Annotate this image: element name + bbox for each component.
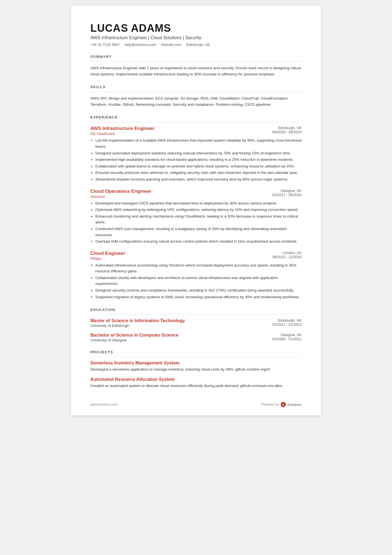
experience-section: EXPERIENCE AWS Infrastructure EngineerGE… [90, 115, 302, 300]
job-company: Siemens [90, 194, 152, 199]
job-company: Philips [90, 256, 125, 261]
projects-list: Serverless Inventory Management SystemDe… [90, 361, 302, 389]
job-bullet: Designed security controls and complianc… [95, 287, 302, 293]
job-bullet: Oversaw IAM configurations ensuring robu… [95, 238, 302, 245]
enhancv-brand: Enhancv [287, 403, 302, 407]
edu-right: Glasgow, UK01/2008 - 01/2011 [272, 333, 302, 341]
experience-section-title: EXPERIENCE [90, 115, 302, 119]
job-bullet: Conducted AWS cost management, resulting… [95, 226, 302, 238]
summary-text: AWS Infrastructure Engineer with 7 years… [90, 65, 302, 77]
job-company: GE Healthcare [90, 132, 155, 136]
job-bullet: Designed automated deployment solutions … [95, 150, 302, 156]
enhancv-icon [280, 401, 286, 408]
job-dates: 06/2020 - 09/2023 [272, 130, 302, 134]
job-header-row: AWS Infrastructure EngineerGE Healthcare… [90, 126, 302, 136]
project-description: Created an automated system to allocate … [90, 383, 302, 389]
job-bullets: Led the implementation of a scalable AWS… [90, 137, 302, 182]
job-right: Edinburgh, UK06/2020 - 09/2023 [272, 126, 302, 134]
resume-page: LUCAS ADAMS AWS Infrastructure Engineer … [71, 6, 321, 415]
job-header-row: Cloud Operations EngineerSiemensGlasgow,… [90, 189, 302, 199]
header: LUCAS ADAMS AWS Infrastructure Engineer … [90, 22, 302, 47]
edu-left: Master of Science in Information Technol… [90, 318, 185, 328]
edu-dates: 01/2011 - 01/2013 [272, 322, 302, 327]
edu-school: University of Edinburgh [90, 324, 185, 328]
edu-right: Edinburgh, UK01/2011 - 01/2013 [272, 318, 302, 327]
projects-section-title: PROJECTS [90, 350, 302, 354]
edu-left: Bachelor of Science in Computer ScienceU… [90, 333, 178, 342]
summary-section-title: SUMMARY [90, 55, 302, 59]
footer-website: www.enhancv.com [90, 403, 118, 406]
job-block: Cloud Operations EngineerSiemensGlasgow,… [90, 189, 302, 245]
edu-dates: 01/2008 - 01/2011 [272, 337, 302, 341]
contact-linkedin: linkedin.com [161, 43, 181, 47]
page-footer: www.enhancv.com Powered by Enhancv [90, 401, 302, 408]
education-section-title: EDUCATION [90, 308, 302, 312]
job-bullet: Ensured security protocols were adhered … [95, 170, 302, 176]
project-title: Automated Resource Allocation System [90, 377, 302, 382]
job-location: Glasgow, UK [272, 189, 302, 193]
skills-section: SKILLS AWS VPC design and implementation… [90, 85, 302, 107]
candidate-name: LUCAS ADAMS [90, 22, 302, 34]
job-location: Edinburgh, UK [272, 126, 302, 130]
project-block: Automated Resource Allocation SystemCrea… [90, 377, 302, 389]
summary-divider [90, 61, 302, 62]
edu-header-row: Master of Science in Information Technol… [90, 318, 302, 328]
powered-by: Powered by Enhancv [261, 401, 302, 408]
job-bullet: Enhanced monitoring and alerting mechani… [95, 213, 302, 225]
job-header-row: Cloud EngineerPhilipsLondon, UK08/2013 -… [90, 251, 302, 261]
job-block: Cloud EngineerPhilipsLondon, UK08/2013 -… [90, 251, 302, 300]
job-right: London, UK08/2013 - 12/2016 [272, 251, 302, 259]
edu-degree: Master of Science in Information Technol… [90, 318, 185, 323]
skills-section-title: SKILLS [90, 85, 302, 89]
job-title: Cloud Operations Engineer [90, 189, 152, 194]
skills-text: AWS VPC design and implementation, EC2 c… [90, 95, 302, 107]
job-bullet: Automated infrastructure provisioning us… [95, 262, 302, 274]
edu-block: Bachelor of Science in Computer ScienceU… [90, 333, 302, 342]
job-dates: 08/2013 - 12/2016 [272, 255, 302, 259]
powered-by-label: Powered by [261, 403, 279, 406]
edu-block: Master of Science in Information Technol… [90, 318, 302, 328]
job-bullet: Optimised AWS networking by redesigning … [95, 207, 302, 213]
summary-section: SUMMARY AWS Infrastructure Engineer with… [90, 55, 302, 77]
project-title: Serverless Inventory Management System [90, 361, 302, 366]
job-bullet: Supported migration of legacy systems to… [95, 294, 302, 300]
job-bullet: Led the implementation of a scalable AWS… [95, 137, 302, 149]
edu-location: Glasgow, UK [272, 333, 302, 337]
projects-section: PROJECTS Serverless Inventory Management… [90, 350, 302, 389]
job-title: AWS Infrastructure Engineer [90, 126, 155, 131]
job-location: London, UK [272, 251, 302, 255]
job-right: Glasgow, UK01/2017 - 05/2020 [272, 189, 302, 197]
contact-info: +44 20 7123 4567 help@enhancv.com linked… [90, 43, 302, 47]
job-dates: 01/2017 - 05/2020 [272, 193, 302, 197]
job-bullet: Streamlined disaster recovery planning a… [95, 176, 302, 182]
job-left: AWS Infrastructure EngineerGE Healthcare [90, 126, 155, 136]
contact-phone: +44 20 7123 4567 [90, 43, 120, 47]
edu-degree: Bachelor of Science in Computer Science [90, 333, 178, 338]
job-bullet: Collaborated with global teams to manage… [95, 163, 302, 169]
job-bullet: Implemented high-availability solutions … [95, 157, 302, 163]
job-title: Cloud Engineer [90, 251, 125, 256]
candidate-title: AWS Infrastructure Engineer | Cloud Solu… [90, 35, 302, 40]
job-bullets: Developed and managed CI/CD pipelines th… [90, 200, 302, 245]
edu-school: University of Glasgow [90, 338, 178, 342]
education-divider [90, 315, 302, 315]
education-section: EDUCATION Master of Science in Informati… [90, 308, 302, 342]
experience-divider [90, 122, 302, 122]
job-left: Cloud Operations EngineerSiemens [90, 189, 152, 199]
job-bullet: Developed and managed CI/CD pipelines th… [95, 200, 302, 206]
contact-email: help@enhancv.com [125, 43, 156, 47]
job-left: Cloud EngineerPhilips [90, 251, 125, 261]
enhancv-logo: Enhancv [280, 401, 302, 408]
project-description: Developed a serverless application to ma… [90, 366, 302, 373]
skills-divider [90, 92, 302, 92]
job-bullet: Collaborated closely with developers and… [95, 275, 302, 287]
job-block: AWS Infrastructure EngineerGE Healthcare… [90, 126, 302, 182]
edu-header-row: Bachelor of Science in Computer ScienceU… [90, 333, 302, 342]
project-block: Serverless Inventory Management SystemDe… [90, 361, 302, 373]
projects-divider [90, 357, 302, 357]
education-list: Master of Science in Information Technol… [90, 318, 302, 342]
job-bullets: Automated infrastructure provisioning us… [90, 262, 302, 300]
contact-location: Edinburgh, UK [187, 43, 210, 47]
jobs-list: AWS Infrastructure EngineerGE Healthcare… [90, 126, 302, 300]
edu-location: Edinburgh, UK [272, 318, 302, 322]
